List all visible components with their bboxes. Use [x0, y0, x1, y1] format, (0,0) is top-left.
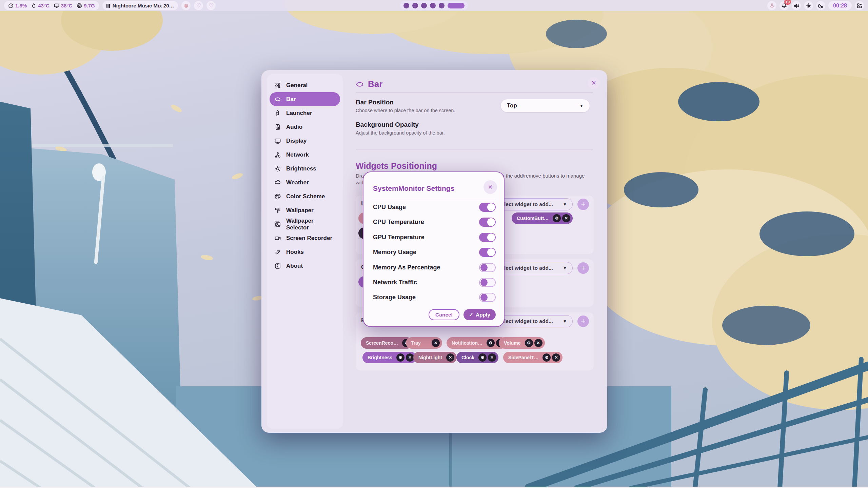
- sidebar-label: Brightness: [286, 165, 316, 172]
- widget-chip-brightness[interactable]: Brightness ⚙ ✕: [362, 352, 416, 363]
- sidebar-item-display[interactable]: Display: [270, 134, 340, 148]
- media-player-pill[interactable]: Nightcore Music Mix 20…: [102, 1, 178, 10]
- apply-button[interactable]: ✓Apply: [463, 309, 496, 320]
- favorite-button-1[interactable]: ♡: [194, 1, 203, 10]
- sidebar-item-general[interactable]: General: [270, 78, 340, 92]
- display-icon: [54, 3, 59, 8]
- sidebar-item-about[interactable]: About: [270, 259, 340, 273]
- sidebar-item-weather[interactable]: Weather: [270, 176, 340, 189]
- favorite-button-2[interactable]: ♡: [206, 1, 216, 10]
- sidebar-item-wallpaper[interactable]: Wallpaper: [270, 203, 340, 217]
- widget-chip-volume[interactable]: Volume ⚙ ✕: [499, 337, 545, 349]
- toggle-row-memory-usage: Memory Usage: [373, 247, 496, 257]
- workspace-active-dot[interactable]: [448, 3, 465, 8]
- gear-icon[interactable]: ⚙: [478, 353, 487, 362]
- divider: [356, 92, 593, 93]
- toggle-row-network-traffic: Network Traffic: [373, 277, 496, 287]
- toggle-label: CPU Temperature: [373, 219, 424, 226]
- cpu-usage-toggle[interactable]: [479, 203, 496, 212]
- cpu-temperature-toggle[interactable]: [479, 218, 496, 227]
- cancel-button[interactable]: Cancel: [429, 309, 459, 320]
- notification-badge: 10: [784, 0, 791, 5]
- widget-chip-custombutton[interactable]: CustomButt… ⚙ ✕: [512, 212, 573, 224]
- sidebar-item-hooks[interactable]: Hooks: [270, 245, 340, 259]
- cpu-temp-stat: 43°C: [31, 3, 50, 8]
- notifications-button[interactable]: 10: [780, 1, 789, 10]
- toggle-row-gpu-temperature: GPU Temperature: [373, 232, 496, 242]
- systemmonitor-settings-dialog: SystemMonitor Settings ✕ CPU Usage CPU T…: [363, 171, 505, 327]
- right-add-widget-button[interactable]: +: [577, 316, 589, 327]
- clock[interactable]: 00:28: [828, 1, 852, 10]
- add-widget-placeholder: Select widget to add...: [498, 265, 553, 271]
- recorder-tray-button[interactable]: [767, 1, 776, 10]
- storage-usage-toggle[interactable]: [479, 293, 496, 302]
- gear-icon[interactable]: ⚙: [525, 339, 533, 347]
- widget-chip-clock[interactable]: Clock ⚙ ✕: [456, 352, 498, 363]
- remove-icon[interactable]: ✕: [488, 353, 496, 362]
- sidebar-label: Weather: [286, 179, 309, 186]
- sidebar-item-launcher[interactable]: Launcher: [270, 106, 340, 120]
- gpu-temperature-toggle[interactable]: [479, 233, 496, 242]
- background-opacity-label: Background Opacity: [356, 121, 445, 128]
- chip-icon: [77, 3, 82, 8]
- add-widget-placeholder: Select widget to add...: [498, 318, 553, 324]
- sidebar-item-wallpaper-selector[interactable]: Wallpaper Selector: [270, 217, 340, 231]
- left-add-widget-button[interactable]: +: [577, 199, 589, 210]
- bar-pill-icon: [356, 81, 364, 87]
- sidebar-item-color-scheme[interactable]: Color Scheme: [270, 189, 340, 203]
- brightness-button[interactable]: [804, 1, 813, 10]
- widget-chip-nightlight[interactable]: NightLight ✕: [413, 352, 457, 363]
- mic-icon: [769, 3, 775, 8]
- bar-position-select[interactable]: Top ▼: [501, 99, 590, 112]
- system-stats-pill[interactable]: 1.8% 43°C 38°C 9.7G: [4, 1, 99, 10]
- overview-button[interactable]: [855, 1, 864, 10]
- widget-chip-sidepanel[interactable]: SidePanelT… ⚙ ✕: [503, 352, 563, 363]
- remove-icon[interactable]: ✕: [406, 353, 414, 362]
- dialog-title: SystemMonitor Settings: [373, 184, 454, 192]
- sidebar-label: General: [286, 82, 308, 89]
- memory-as-percentage-toggle[interactable]: [479, 263, 496, 272]
- remove-icon[interactable]: ✕: [432, 339, 440, 347]
- bar-pill-icon: [274, 96, 281, 103]
- remove-icon[interactable]: ✕: [534, 339, 542, 347]
- memory-usage-toggle[interactable]: [479, 248, 496, 257]
- gear-icon[interactable]: ⚙: [487, 339, 495, 347]
- bar-position-label: Bar Position: [356, 99, 455, 106]
- pet-button[interactable]: [181, 1, 191, 10]
- toggle-row-cpu-temperature: CPU Temperature: [373, 217, 496, 227]
- workspace-indicator[interactable]: [400, 1, 468, 10]
- moon-off-icon: [818, 3, 824, 8]
- widget-chip-screenrecorder[interactable]: ScreenReco… ✕: [361, 337, 413, 349]
- widget-chip-tray[interactable]: Tray ✕: [406, 337, 442, 349]
- sidebar-item-brightness[interactable]: Brightness: [270, 162, 340, 176]
- workspace-dot[interactable]: [439, 3, 445, 8]
- sidebar-item-network[interactable]: Network: [270, 148, 340, 162]
- remove-icon[interactable]: ✕: [562, 214, 570, 222]
- bottom-screen-edge: [0, 487, 868, 488]
- workspace-dot[interactable]: [430, 3, 436, 8]
- sidebar-item-audio[interactable]: Audio: [270, 120, 340, 134]
- chip-label: ScreenReco…: [366, 340, 398, 346]
- widget-chip-notification[interactable]: Notification… ⚙ ✕: [447, 337, 507, 349]
- remove-icon[interactable]: ✕: [552, 353, 560, 362]
- dialog-close-button[interactable]: ✕: [484, 180, 497, 194]
- gear-icon[interactable]: ⚙: [396, 353, 405, 362]
- sidebar-item-bar[interactable]: Bar: [270, 92, 340, 106]
- center-add-widget-button[interactable]: +: [577, 262, 589, 274]
- workspace-dot[interactable]: [412, 3, 418, 8]
- gear-icon[interactable]: ⚙: [553, 214, 561, 222]
- remove-icon[interactable]: ✕: [446, 353, 454, 362]
- gear-icon[interactable]: ⚙: [542, 353, 551, 362]
- sidebar-item-screen-recorder[interactable]: Screen Recorder: [270, 231, 340, 245]
- desktop: 1.8% 43°C 38°C 9.7G Nightcore Music Mix …: [0, 0, 868, 488]
- toggle-row-memory-as-percentage: Memory As Percentage: [373, 262, 496, 272]
- nightlight-button[interactable]: [816, 1, 825, 10]
- toggle-label: CPU Usage: [373, 204, 406, 211]
- sidebar-label: Wallpaper Selector: [286, 218, 335, 231]
- widgets-positioning-title: Widgets Positioning: [356, 161, 437, 171]
- workspace-dot[interactable]: [403, 3, 409, 8]
- network-traffic-toggle[interactable]: [479, 278, 496, 287]
- volume-button[interactable]: [792, 1, 801, 10]
- sidebar-label: Wallpaper: [286, 207, 314, 214]
- workspace-dot[interactable]: [421, 3, 427, 8]
